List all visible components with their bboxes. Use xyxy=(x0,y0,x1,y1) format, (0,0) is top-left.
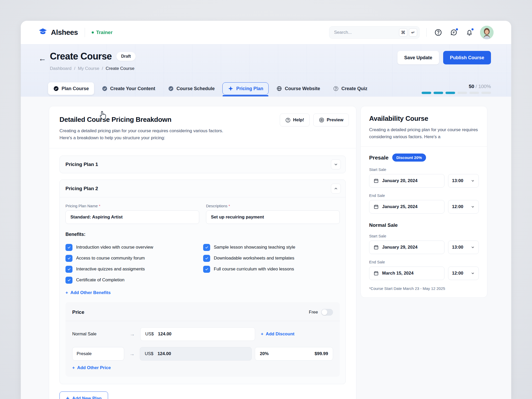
tab-pricing-plan[interactable]: Pricing Plan xyxy=(222,82,269,95)
check-circle-icon xyxy=(168,86,174,91)
pricing-plan-2: Pricing Plan 2 Pricing Plan Name * xyxy=(59,179,346,384)
plan-name-input[interactable] xyxy=(65,210,199,224)
discount-percent: 20% xyxy=(260,351,269,356)
presale-start-date-picker[interactable]: January 20, 2024 xyxy=(369,174,444,188)
breadcrumb-my-course[interactable]: My Course xyxy=(78,66,99,71)
brand[interactable]: Alshees xyxy=(38,28,78,37)
divider xyxy=(426,28,427,37)
publish-course-button[interactable]: Publish Course xyxy=(443,51,491,64)
date-value: January 29, 2024 xyxy=(382,245,417,250)
quiz-badge-icon xyxy=(333,86,339,91)
top-bar: Alshees Trainer ⌘ ↵ xyxy=(21,21,511,44)
tab-create-your-content[interactable]: Create Your Content xyxy=(97,82,160,95)
calendar-icon xyxy=(374,245,379,250)
checkbox-checked[interactable] xyxy=(203,255,210,262)
help-button[interactable] xyxy=(433,28,443,37)
role-label: Trainer xyxy=(96,30,112,35)
help-circle-icon xyxy=(434,29,442,36)
descriptions-label: Descriptions * xyxy=(206,204,340,208)
link-label: Add Other Price xyxy=(77,365,111,370)
normal-end-time-select[interactable]: 12:00 xyxy=(448,267,479,280)
presale-start-time-select[interactable]: 13:00 xyxy=(448,174,479,188)
checkbox-checked[interactable] xyxy=(65,277,72,284)
presale-name-input[interactable] xyxy=(72,347,124,361)
tab-label: Plan Course xyxy=(62,86,89,91)
completion-progress: 50 / 100% xyxy=(422,84,491,94)
pricing-plan-1-header[interactable]: Pricing Plan 1 xyxy=(59,156,346,173)
plus-icon: + xyxy=(65,290,68,295)
course-step-tabs: Plan Course Create Your Content Course S… xyxy=(48,81,373,97)
add-new-plan-button[interactable]: + Add New Plan xyxy=(59,391,108,399)
normal-start-time-select[interactable]: 13:00 xyxy=(448,241,479,254)
check-icon xyxy=(205,267,209,271)
benefit-item: Interactive quizzes and assigments xyxy=(65,264,203,275)
checkbox-checked[interactable] xyxy=(65,244,72,251)
discount-badge: Discount 20% xyxy=(392,154,426,162)
presale-price-field[interactable]: US$ xyxy=(140,347,252,361)
notification-dot xyxy=(455,28,458,31)
presale-end-time-select[interactable]: 12:00 xyxy=(448,200,479,214)
tab-label: Create Your Content xyxy=(110,86,155,91)
card-description: Creating a detailed pricing plan for you… xyxy=(59,127,346,141)
normal-start-date-picker[interactable]: January 29, 2024 xyxy=(369,241,444,254)
status-dot-icon xyxy=(92,31,94,34)
check-icon xyxy=(67,256,71,260)
plan-name-label: Pricing Plan Name * xyxy=(65,204,199,208)
save-update-button[interactable]: Save Update xyxy=(397,51,439,64)
checkbox-checked[interactable] xyxy=(65,266,72,273)
pricing-plan-2-header[interactable]: Pricing Plan 2 xyxy=(60,180,345,197)
add-other-benefits-button[interactable]: +Add Other Benefits xyxy=(65,290,111,295)
divider xyxy=(65,321,340,321)
page-title: Create Course xyxy=(50,51,112,62)
search-input[interactable] xyxy=(334,30,397,35)
tab-label: Pricing Plan xyxy=(236,86,263,91)
breadcrumb: Dashboard/ My Course/ Create Course xyxy=(50,66,134,71)
toggle-knob xyxy=(322,309,327,315)
add-other-price-button[interactable]: +Add Other Price xyxy=(72,365,111,370)
checkbox-checked[interactable] xyxy=(203,244,210,251)
active-tab-indicator xyxy=(223,95,268,96)
currency-label: US$ xyxy=(145,331,154,337)
preview-label: Preview xyxy=(327,117,343,123)
normal-price-field[interactable]: US$ xyxy=(140,327,255,341)
breadcrumb-dashboard[interactable]: Dashboard xyxy=(50,66,71,71)
collapse-plan-2-button[interactable] xyxy=(331,184,341,194)
benefit-label: Full course curriculum with video lesson… xyxy=(214,267,294,272)
notifications-button[interactable] xyxy=(464,28,474,37)
normal-end-date-picker[interactable]: March 15, 2024 xyxy=(369,267,444,280)
benefit-label: Access to course community forum xyxy=(76,256,145,261)
pricing-breakdown-card: Detailed Course Pricing Breakdown Creati… xyxy=(49,106,356,399)
descriptions-input[interactable] xyxy=(206,210,340,224)
tab-label: Course Schedule xyxy=(176,86,215,91)
benefit-item: Sample lesson showcasing teaching style xyxy=(203,242,340,253)
presale-end-date-picker[interactable]: January 25, 2024 xyxy=(369,200,444,214)
tab-plan-course[interactable]: Plan Course xyxy=(48,82,94,95)
messages-button[interactable] xyxy=(449,28,459,37)
date-value: January 25, 2024 xyxy=(382,204,417,209)
tab-create-quiz[interactable]: Create Quiz xyxy=(328,82,373,95)
tab-course-schedule[interactable]: Course Schedule xyxy=(163,82,220,95)
user-avatar[interactable] xyxy=(480,26,494,39)
time-value: 12:00 xyxy=(452,204,463,209)
search-bar[interactable]: ⌘ ↵ xyxy=(329,26,420,39)
checkbox-checked[interactable] xyxy=(203,266,210,273)
tab-course-website[interactable]: Course Website xyxy=(271,82,325,95)
check-icon xyxy=(205,245,209,249)
back-button[interactable]: ← xyxy=(38,54,46,63)
price-heading: Price xyxy=(72,309,84,315)
help-button[interactable]: Help! xyxy=(280,114,310,127)
normal-price-input[interactable] xyxy=(158,331,189,337)
progress-segments xyxy=(422,92,491,94)
free-label: Free xyxy=(309,310,318,315)
divider xyxy=(49,148,356,148)
checkbox-checked[interactable] xyxy=(65,255,72,262)
preview-button[interactable]: Preview xyxy=(313,114,349,127)
expand-plan-1-button[interactable] xyxy=(331,159,341,169)
presale-price-input[interactable] xyxy=(157,351,189,356)
plan-title: Pricing Plan 2 xyxy=(65,186,98,191)
add-discount-button[interactable]: +Add Discount xyxy=(261,331,294,337)
discount-field[interactable]: 20% $99.99 xyxy=(255,347,333,361)
discount-price: $99.99 xyxy=(315,351,328,356)
free-toggle[interactable] xyxy=(321,309,333,316)
enter-key-icon: ↵ xyxy=(409,28,417,37)
